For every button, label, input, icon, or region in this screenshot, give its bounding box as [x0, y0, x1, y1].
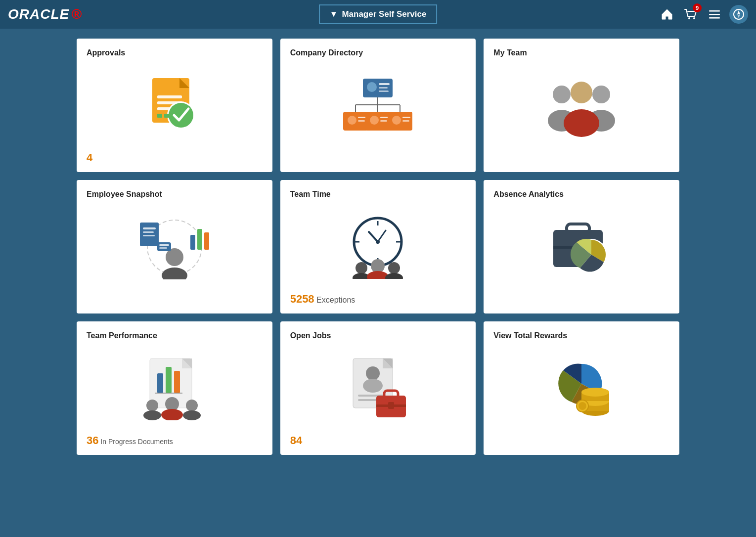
tile-team-performance-count: 36: [87, 434, 98, 447]
svg-point-89: [183, 410, 201, 420]
svg-rect-16: [164, 114, 169, 118]
tile-open-jobs-title: Open Jobs: [290, 331, 466, 340]
svg-rect-80: [157, 373, 163, 393]
svg-point-93: [366, 366, 380, 380]
tile-employee-snapshot-title: Employee Snapshot: [87, 190, 263, 199]
tile-team-time[interactable]: Team Time: [280, 180, 476, 313]
tile-approvals-icon: [87, 63, 263, 147]
tile-team-performance-title: Team Performance: [87, 331, 263, 340]
svg-point-39: [553, 86, 571, 103]
tile-view-total-rewards-title: View Total Rewards: [493, 331, 669, 340]
tile-open-jobs-count: 84: [290, 434, 302, 447]
tile-team-time-suffix: Exceptions: [314, 296, 356, 304]
tile-absence-analytics-icon: [493, 205, 669, 290]
tile-absence-analytics-footer: [493, 294, 669, 306]
svg-rect-34: [380, 120, 387, 122]
tile-my-team-icon: [493, 63, 669, 148]
svg-rect-4: [709, 17, 720, 19]
tile-company-directory-title: Company Directory: [290, 48, 466, 57]
tile-view-total-rewards[interactable]: View Total Rewards: [484, 321, 679, 455]
svg-rect-49: [143, 235, 155, 236]
svg-point-14: [169, 103, 193, 128]
tile-open-jobs[interactable]: Open Jobs: [280, 321, 476, 455]
tile-team-time-icon: [290, 205, 466, 289]
svg-rect-29: [358, 117, 366, 118]
svg-rect-100: [388, 402, 394, 409]
tile-employee-snapshot-icon: [87, 205, 263, 290]
svg-point-67: [356, 262, 367, 274]
svg-rect-30: [358, 120, 365, 122]
svg-rect-81: [166, 367, 172, 393]
menu-button[interactable]: [706, 5, 723, 23]
tile-team-performance[interactable]: Team Performance: [77, 321, 272, 455]
svg-marker-6: [737, 10, 740, 14]
tile-employee-snapshot-footer: [87, 294, 263, 306]
tile-absence-analytics[interactable]: Absence Analytics: [484, 180, 679, 313]
svg-rect-56: [159, 244, 169, 246]
svg-point-85: [143, 410, 161, 420]
svg-point-86: [165, 397, 179, 411]
svg-marker-7: [737, 14, 740, 18]
tile-open-jobs-icon: [290, 346, 466, 430]
home-button[interactable]: [658, 5, 676, 23]
svg-point-72: [385, 273, 403, 279]
svg-point-18: [367, 82, 377, 92]
tile-employee-snapshot[interactable]: Employee Snapshot: [77, 180, 272, 313]
svg-point-43: [571, 82, 592, 103]
tile-my-team[interactable]: My Team: [484, 39, 679, 172]
svg-point-87: [161, 409, 183, 420]
svg-rect-15: [157, 114, 162, 118]
svg-rect-37: [402, 117, 410, 118]
svg-point-88: [186, 400, 198, 411]
svg-rect-33: [380, 117, 388, 118]
header: ORACLE ® ▼ Manager Self Service 9: [0, 0, 756, 29]
nav-dropdown-label: Manager Self Service: [342, 9, 426, 19]
compass-button[interactable]: [729, 5, 748, 24]
svg-rect-57: [159, 247, 167, 249]
tile-team-performance-suffix: In Progress Documents: [98, 438, 173, 446]
svg-rect-48: [143, 231, 154, 233]
svg-point-36: [392, 116, 401, 125]
tile-view-total-rewards-icon: [493, 346, 669, 431]
oracle-logo: ORACLE ®: [8, 6, 82, 22]
tile-approvals-count: 4: [87, 151, 92, 164]
tile-team-time-count: 5258: [290, 293, 314, 305]
svg-rect-10: [157, 95, 182, 98]
svg-rect-55: [157, 242, 171, 251]
svg-rect-19: [379, 83, 390, 85]
tile-approvals-title: Approvals: [87, 48, 263, 57]
tile-company-directory-icon: [290, 63, 466, 148]
tile-open-jobs-footer: 84: [290, 434, 466, 447]
svg-rect-50: [190, 235, 195, 250]
svg-point-94: [363, 379, 383, 393]
nav-dropdown-arrow: ▼: [330, 9, 338, 19]
nav-dropdown[interactable]: ▼ Manager Self Service: [319, 4, 438, 24]
tile-team-performance-icon: [87, 346, 263, 430]
svg-rect-2: [709, 10, 720, 12]
tile-view-total-rewards-footer: [493, 435, 669, 447]
tile-team-time-footer: 5258 Exceptions: [290, 293, 466, 306]
nav-dropdown-container: ▼ Manager Self Service: [319, 4, 438, 24]
svg-point-54: [162, 268, 187, 279]
svg-point-107: [578, 402, 586, 410]
header-actions: 9: [658, 5, 748, 24]
cart-button[interactable]: 9: [682, 5, 700, 23]
svg-point-84: [146, 400, 158, 411]
svg-rect-3: [709, 14, 720, 15]
tiles-grid: Approvals 4: [0, 29, 756, 465]
svg-point-71: [388, 262, 400, 274]
svg-rect-20: [379, 87, 388, 89]
svg-rect-74: [567, 224, 589, 233]
svg-rect-38: [402, 120, 409, 122]
svg-rect-21: [379, 90, 389, 92]
tile-team-time-title: Team Time: [290, 190, 466, 199]
cart-badge: 9: [693, 3, 702, 12]
svg-point-69: [371, 259, 385, 273]
tile-approvals-footer: 4: [87, 151, 263, 164]
svg-point-28: [348, 116, 356, 125]
svg-rect-51: [197, 229, 202, 250]
svg-rect-52: [204, 232, 209, 250]
tile-approvals[interactable]: Approvals 4: [77, 39, 272, 172]
tile-company-directory[interactable]: Company Directory: [280, 39, 476, 172]
tile-my-team-footer: [493, 152, 669, 164]
